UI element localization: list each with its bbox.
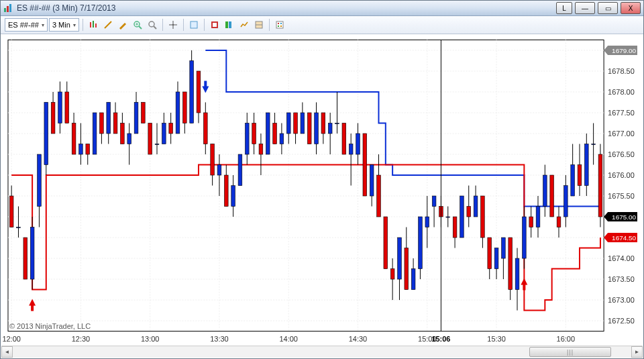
svg-rect-246 [598,154,602,217]
close-button[interactable]: X [621,2,641,14]
svg-rect-90 [58,92,62,123]
svg-rect-204 [453,217,457,238]
svg-rect-104 [107,102,111,134]
svg-rect-212 [481,196,485,238]
strategies-button[interactable] [237,18,251,32]
interval-combo[interactable]: 3 Min ▾ [49,18,79,32]
svg-rect-206 [460,196,464,238]
svg-rect-82 [30,227,34,280]
svg-rect-238 [571,165,575,197]
chart-style-button[interactable] [87,18,100,32]
svg-rect-184 [384,217,388,269]
svg-rect-242 [584,144,588,185]
toolbar-separator [83,19,83,31]
svg-rect-170 [335,123,339,123]
svg-rect-88 [51,102,55,134]
chart-trader-button[interactable] [208,18,221,32]
svg-rect-214 [488,238,492,269]
titlebar[interactable]: ES ##-## (3 Min) 7/17/2013 L — ▭ X [1,1,643,16]
layout-button[interactable]: L [556,2,572,14]
svg-text:15:30: 15:30 [487,335,505,343]
svg-rect-124 [176,92,180,134]
chart-panel[interactable]: 1672.501673.001673.501674.001674.501675.… [1,34,643,345]
svg-rect-94 [72,123,76,154]
svg-rect-178 [363,134,367,196]
scroll-left-button[interactable]: ◄ [1,346,13,358]
indicators-button[interactable] [223,18,236,32]
svg-rect-198 [432,196,436,207]
toolbar: ES ##-## ▾ 3 Min ▾ [1,16,643,34]
horizontal-scrollbar[interactable]: ◄ ||| ► [1,346,643,358]
svg-rect-234 [557,217,561,227]
svg-rect-1 [7,6,9,12]
svg-rect-76 [9,196,13,227]
svg-text:1678.50: 1678.50 [608,67,635,75]
scroll-right-button[interactable]: ► [631,346,643,358]
svg-rect-110 [127,134,131,144]
candlestick-chart[interactable]: 1672.501673.001673.501674.001674.501675.… [1,34,643,345]
svg-rect-144 [245,123,249,154]
svg-rect-180 [370,165,374,197]
svg-rect-106 [113,113,117,134]
svg-rect-120 [162,123,166,144]
svg-rect-186 [390,269,394,280]
svg-rect-84 [38,154,42,207]
zoom-out-button[interactable] [146,18,159,32]
svg-rect-112 [134,102,138,134]
svg-rect-152 [273,123,277,144]
svg-rect-166 [321,113,325,134]
svg-text:12:30: 12:30 [72,335,90,343]
scrollbar-track[interactable]: ||| [13,346,631,358]
svg-rect-18 [213,23,217,27]
format-button[interactable] [252,18,266,32]
svg-rect-210 [474,196,478,217]
svg-line-8 [139,26,142,29]
scrollbar-thumb[interactable]: ||| [529,347,611,357]
svg-rect-172 [342,123,346,154]
svg-rect-162 [307,113,311,144]
draw-pencil-button[interactable] [116,18,129,32]
svg-text:© 2013 NinjaTrader, LLC: © 2013 NinjaTrader, LLC [9,322,91,330]
svg-rect-146 [252,123,256,144]
svg-rect-108 [121,123,125,144]
svg-rect-244 [592,144,596,144]
svg-rect-196 [425,217,429,227]
zoom-in-button[interactable] [131,18,144,32]
svg-rect-27 [280,25,282,27]
svg-rect-28 [8,40,604,331]
svg-rect-140 [231,186,235,207]
properties-button[interactable] [273,18,286,32]
svg-rect-80 [23,238,28,279]
data-box-button[interactable] [187,18,201,32]
svg-rect-92 [65,92,69,123]
interval-combo-label: 3 Min [52,21,70,29]
svg-rect-128 [190,60,194,123]
svg-rect-25 [280,23,282,24]
draw-line-button[interactable] [101,18,115,32]
svg-rect-168 [328,123,332,134]
svg-rect-164 [315,113,319,144]
svg-rect-114 [142,102,146,123]
svg-rect-194 [419,217,423,269]
svg-text:15:06: 15:06 [431,335,450,343]
app-window: ES ##-## (3 Min) 7/17/2013 L — ▭ X ES ##… [0,0,644,359]
svg-rect-86 [44,102,48,164]
svg-text:1676.00: 1676.00 [608,171,635,179]
svg-rect-96 [79,144,83,154]
crosshair-button[interactable] [166,18,180,32]
symbol-combo[interactable]: ES ##-## ▾ [5,18,48,32]
svg-rect-100 [93,113,97,154]
svg-text:1674.50: 1674.50 [612,234,636,242]
toolbar-separator [183,19,184,31]
svg-rect-2 [9,4,11,12]
svg-rect-136 [217,165,221,176]
svg-rect-98 [86,144,90,154]
svg-text:14:30: 14:30 [349,335,367,343]
maximize-button[interactable]: ▭ [598,2,618,14]
svg-rect-26 [278,25,279,27]
svg-text:12:00: 12:00 [2,335,20,343]
svg-text:13:30: 13:30 [210,335,228,343]
minimize-button[interactable]: — [575,2,595,14]
svg-rect-132 [203,113,207,144]
dropdown-arrow-icon: ▾ [73,22,76,28]
